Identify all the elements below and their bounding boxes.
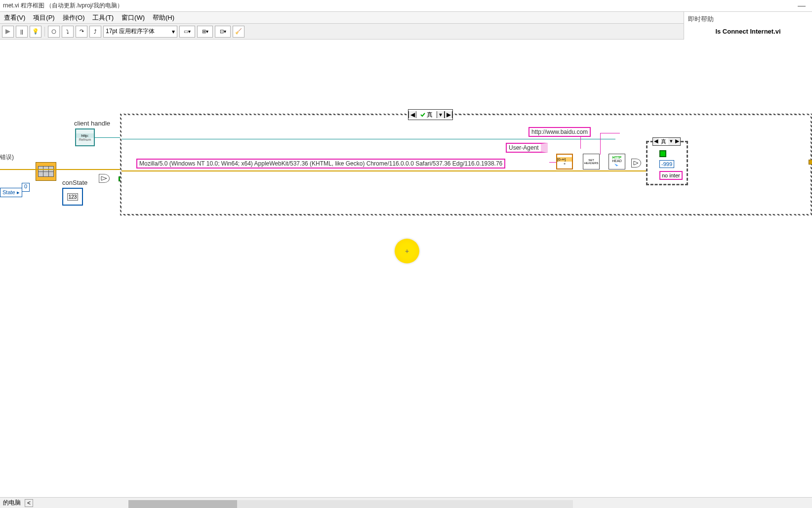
merge-icon <box>633 160 639 166</box>
run-button[interactable] <box>2 26 14 38</box>
chevron-down-icon: ▾ <box>172 28 175 35</box>
step-into-button[interactable]: ⤵ <box>62 26 74 38</box>
client-handle-wire <box>95 137 120 138</box>
user-agent-value-constant[interactable]: Mozilla/5.0 (Windows NT 10.0; Win64; x64… <box>136 159 505 169</box>
run-arrow-icon <box>4 28 11 35</box>
http-head-node[interactable]: HTTP HEAD <box>609 154 625 169</box>
cursor-icon <box>613 163 620 168</box>
checkmark-icon <box>420 112 425 117</box>
align-dropdown[interactable]: ▭▾ <box>179 26 195 38</box>
inner-case-selector[interactable]: ◀ 真 ▾ ▶ <box>652 137 681 146</box>
menu-window[interactable]: 窗口(W) <box>118 13 149 22</box>
highlight-execution-button[interactable]: 💡 <box>30 26 41 38</box>
constate-label: conState <box>62 179 87 186</box>
scrollbar-thumb[interactable] <box>128 500 237 508</box>
pause-button[interactable]: || <box>16 26 28 38</box>
client-wire-inside <box>122 139 615 139</box>
state-cluster-constant[interactable]: State ▸ <box>0 188 22 197</box>
status-collapse-button[interactable]: < <box>25 499 33 507</box>
inner-case-dd[interactable]: ▾ <box>668 138 674 145</box>
constate-indicator[interactable]: 123 <box>62 188 83 206</box>
inner-case-structure[interactable]: ◀ 真 ▾ ▶ -999 no inter <box>646 141 688 185</box>
client-handle-label: client handle <box>74 120 110 127</box>
menu-operate[interactable]: 操作(O) <box>59 13 89 22</box>
unbundle-by-name-node[interactable] <box>36 162 56 181</box>
zero-constant[interactable]: 0 <box>22 183 30 192</box>
status-bar: 的电脑 < <box>0 497 812 508</box>
build-array-node[interactable]: [0-∞] + <box>556 154 573 169</box>
case-prev-button[interactable]: ◀ <box>408 111 416 118</box>
block-diagram-canvas[interactable]: client handle 错误) conState http: Refnum … <box>0 40 812 496</box>
crosshair-icon: + <box>405 247 409 255</box>
constate-value: 123 <box>67 193 79 201</box>
menu-help[interactable]: 帮助(H) <box>149 13 178 22</box>
distribute-dropdown[interactable]: ⊞▾ <box>197 26 213 38</box>
case-next-button[interactable]: ▶ <box>445 111 452 118</box>
compare-triangle-icon <box>101 176 108 181</box>
ua-key-wire-v <box>580 137 581 149</box>
status-text: 的电脑 <box>3 499 21 507</box>
error-output-tunnel[interactable] <box>809 160 812 165</box>
build-array-plus: + <box>564 162 566 166</box>
error-in-label: 错误) <box>0 153 14 162</box>
case-dropdown-button[interactable]: ▾ <box>437 111 445 118</box>
case-value-label: 真 <box>427 111 433 119</box>
http-client-top: http: <box>76 133 94 138</box>
inner-case-prev[interactable]: ◀ <box>653 138 659 145</box>
cursor-highlight: + <box>395 239 419 263</box>
horizontal-scrollbar[interactable] <box>128 500 573 508</box>
true-constant[interactable] <box>659 150 666 157</box>
inner-case-next[interactable]: ▶ <box>674 138 680 145</box>
title-bar: rnet.vi 程序框图 （自动更新.lvproj/我的电脑） — <box>0 0 812 12</box>
help-panel-header: 即时帮助 <box>688 15 808 24</box>
window-title: rnet.vi 程序框图 （自动更新.lvproj/我的电脑） <box>3 1 123 10</box>
case-selector[interactable]: ◀ 真 ▾ ▶ <box>408 109 453 120</box>
svg-marker-3 <box>634 161 638 165</box>
svg-marker-2 <box>101 176 107 180</box>
set-headers-node[interactable]: SET HEADERS <box>583 154 600 169</box>
build-array-top: [0-∞] <box>557 157 572 162</box>
retain-wires-button[interactable] <box>48 26 60 38</box>
menu-project[interactable]: 项目(P) <box>29 13 58 22</box>
error-source-constant[interactable]: no inter <box>659 171 683 180</box>
equal-compare-node[interactable] <box>99 174 110 183</box>
step-out-button[interactable]: ⤴ <box>89 26 101 38</box>
svg-point-1 <box>52 30 56 34</box>
svg-marker-0 <box>5 29 10 34</box>
step-over-button[interactable]: ↷ <box>76 26 87 38</box>
help-vi-name: Is Connect Internet.vi <box>688 28 808 35</box>
probe-icon <box>50 28 57 35</box>
url-string-constant[interactable]: http://www.baidu.com <box>528 127 591 137</box>
http-client-refnum-control[interactable]: http: Refnum <box>75 128 95 146</box>
cleanup-button[interactable]: 🧹 <box>233 26 244 38</box>
inner-case-value: 真 <box>659 138 668 145</box>
merge-errors-node[interactable] <box>631 159 641 168</box>
error-code-constant[interactable]: -999 <box>659 160 674 168</box>
font-selector-label: 17pt 应用程序字体 <box>106 27 155 36</box>
error-wire-inside <box>122 170 650 171</box>
reorder-dropdown[interactable]: ⊡▾ <box>215 26 231 38</box>
menu-tools[interactable]: 工具(T) <box>88 13 118 22</box>
url-wire-h <box>600 133 620 133</box>
http-client-bot: Refnum <box>79 138 91 141</box>
user-agent-key-constant[interactable]: User-Agent <box>506 143 548 153</box>
minimize-button[interactable]: — <box>794 1 809 10</box>
url-wire <box>600 133 601 155</box>
case-structure[interactable]: ◀ 真 ▾ ▶ http://www.baidu.com User-Agent … <box>120 114 812 215</box>
font-selector[interactable]: 17pt 应用程序字体 ▾ <box>103 26 177 38</box>
error-wire <box>0 169 120 170</box>
menu-view[interactable]: 查看(V) <box>0 13 29 22</box>
